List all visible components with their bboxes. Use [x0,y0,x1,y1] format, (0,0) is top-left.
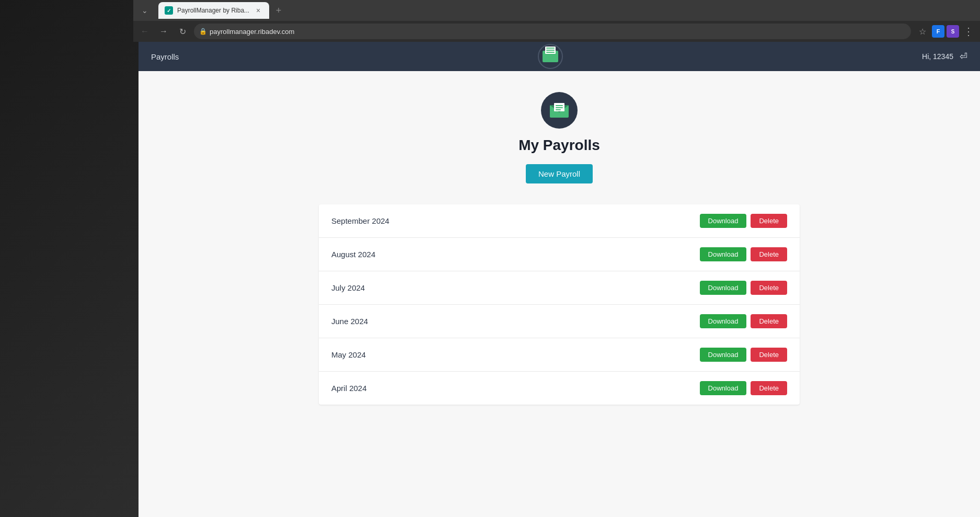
nav-payrolls-link[interactable]: Payrolls [151,52,179,61]
delete-button-3[interactable]: Delete [751,281,787,295]
browser-chrome: ⌄ PayrollManager by Riba... × + ← → ↻ 🔒 … [133,0,980,42]
extension-s-icon[interactable]: S [947,25,959,38]
logo-paper [545,47,556,54]
tab-favicon [165,6,173,15]
payroll-label-3: July 2024 [331,283,365,292]
new-tab-button[interactable]: + [271,3,286,18]
delete-button-5[interactable]: Delete [751,348,787,362]
app-nav: Payrolls Hi, 12345 ⏎ [139,42,980,71]
payroll-row: June 2024 Download Delete [319,305,800,338]
payroll-label-1: September 2024 [331,216,389,225]
payroll-label-4: June 2024 [331,317,368,326]
logo-envelope-icon [543,51,558,62]
delete-button-6[interactable]: Delete [751,381,787,395]
delete-button-4[interactable]: Delete [751,314,787,328]
address-input[interactable] [194,24,911,39]
refresh-button[interactable]: ↻ [175,24,190,39]
tab-list-button[interactable]: ⌄ [137,3,152,18]
new-payroll-button[interactable]: New Payroll [526,164,593,183]
back-button[interactable]: ← [137,24,152,39]
payroll-label-6: April 2024 [331,384,367,393]
payroll-row: July 2024 Download Delete [319,271,800,305]
payroll-row: August 2024 Download Delete [319,238,800,271]
payroll-row: April 2024 Download Delete [319,372,800,405]
svg-rect-5 [556,109,561,110]
logout-icon[interactable]: ⏎ [960,51,967,62]
payroll-actions-1: Download Delete [700,214,787,228]
page-icon [541,92,578,129]
tab-bar: ⌄ PayrollManager by Riba... × + [133,0,980,21]
payroll-label-5: May 2024 [331,350,366,359]
payroll-actions-2: Download Delete [700,247,787,261]
payroll-row: September 2024 Download Delete [319,204,800,238]
download-button-2[interactable]: Download [700,247,747,261]
app-container: Payrolls Hi, 12345 ⏎ [139,42,980,517]
nav-logo [538,44,563,69]
tab-close-button[interactable]: × [253,6,263,15]
nav-greeting: Hi, 12345 [922,52,953,61]
payroll-actions-5: Download Delete [700,348,787,362]
delete-button-2[interactable]: Delete [751,247,787,261]
page-title: My Payrolls [518,137,600,154]
download-button-5[interactable]: Download [700,348,747,362]
logo-envelope-body [543,51,558,62]
envelope-icon [550,103,569,118]
nav-left: Payrolls [151,52,179,61]
logo-paper-line-1 [546,48,555,49]
bookmark-button[interactable]: ☆ [915,24,930,39]
browser-menu-button[interactable]: ⋮ [961,24,976,39]
download-button-6[interactable]: Download [700,381,747,395]
tab-title: PayrollManager by Riba... [177,7,249,14]
svg-rect-3 [556,105,563,106]
payroll-actions-6: Download Delete [700,381,787,395]
delete-button-1[interactable]: Delete [751,214,787,228]
tab-controls: ⌄ [137,3,152,18]
browser-tab-active[interactable]: PayrollManager by Riba... × [158,2,269,19]
logo-paper-line-3 [546,52,555,53]
payroll-actions-4: Download Delete [700,314,787,328]
address-bar-container: 🔒 [194,24,911,39]
payroll-actions-3: Download Delete [700,281,787,295]
address-bar-row: ← → ↻ 🔒 ☆ F S ⋮ [133,21,980,42]
nav-center [538,44,563,69]
logo-paper-line-2 [546,50,555,51]
svg-rect-4 [556,107,563,108]
dark-left-panel [0,0,139,517]
payroll-list: September 2024 Download Delete August 20… [319,204,800,405]
download-button-4[interactable]: Download [700,314,747,328]
forward-button[interactable]: → [156,24,171,39]
nav-right: Hi, 12345 ⏎ [922,51,967,62]
download-button-3[interactable]: Download [700,281,747,295]
payroll-label-2: August 2024 [331,250,375,259]
extension-figma-icon[interactable]: F [932,25,944,38]
browser-actions: ☆ F S ⋮ [915,24,976,39]
payroll-row: May 2024 Download Delete [319,338,800,372]
download-button-1[interactable]: Download [700,214,747,228]
main-content: My Payrolls New Payroll September 2024 D… [139,71,980,517]
